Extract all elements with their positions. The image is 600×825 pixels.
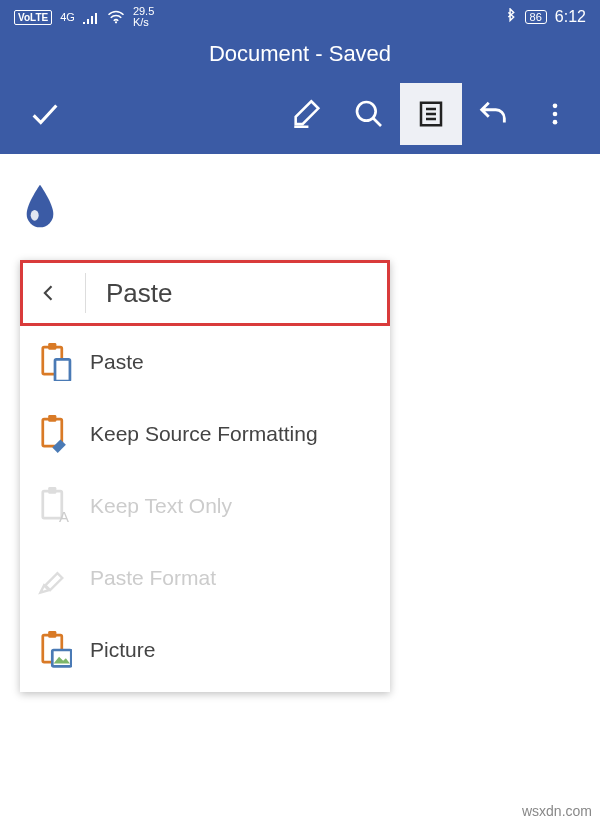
menu-item-label: Keep Source Formatting [90,422,318,446]
watermark: wsxdn.com [522,803,592,819]
clipboard-picture-icon [38,631,72,669]
menu-item-label: Keep Text Only [90,494,232,518]
signal-icon [83,10,99,24]
menu-item-paste[interactable]: Paste [20,326,390,398]
svg-rect-17 [52,650,71,666]
search-button[interactable] [338,83,400,145]
toolbar [0,74,600,154]
battery-badge: 86 [525,10,547,24]
svg-point-1 [357,102,376,121]
more-button[interactable] [524,83,586,145]
svg-point-6 [31,210,39,221]
menu-item-picture[interactable]: Picture [20,614,390,686]
clipboard-text-icon: A [38,487,72,525]
header-divider [85,273,86,313]
menu-item-label: Paste [90,350,144,374]
svg-text:A: A [59,508,69,525]
clipboard-brush-icon [38,415,72,453]
document-title-bar: Document - Saved [0,34,600,74]
speed-indicator: 29.5 K/s [133,6,154,28]
svg-rect-11 [48,415,56,422]
svg-point-3 [553,104,558,109]
clock: 6:12 [555,8,586,26]
document-area: Paste Paste Keep Source Formatting A [0,154,600,702]
status-left: VoLTE 4G 29.5 K/s [14,6,154,28]
svg-point-5 [553,120,558,125]
format-brush-icon [38,559,72,597]
done-button[interactable] [14,83,76,145]
menu-item-paste-format: Paste Format [20,542,390,614]
svg-rect-16 [48,631,56,638]
paste-menu: Paste Paste Keep Source Formatting A [20,260,390,692]
bluetooth-icon [505,8,517,26]
svg-rect-13 [48,487,56,494]
svg-point-0 [115,21,117,23]
volte-badge: VoLTE [14,10,52,25]
svg-rect-9 [55,359,70,381]
undo-button[interactable] [462,83,524,145]
menu-item-keep-text: A Keep Text Only [20,470,390,542]
document-title: Document - Saved [209,41,391,67]
svg-rect-8 [48,343,56,350]
menu-item-label: Paste Format [90,566,216,590]
menu-header: Paste [20,260,390,326]
drop-icon [24,184,56,228]
clipboard-paste-icon [38,343,72,381]
wifi-icon [107,10,125,24]
status-bar: VoLTE 4G 29.5 K/s 86 6:12 [0,0,600,34]
format-pen-button[interactable] [276,83,338,145]
reading-view-button[interactable] [400,83,462,145]
speed-unit: K/s [133,16,149,28]
svg-point-4 [553,112,558,117]
status-right: 86 6:12 [505,8,586,26]
network-4g: 4G [60,11,75,23]
back-button[interactable] [33,277,65,309]
menu-item-label: Picture [90,638,155,662]
menu-title: Paste [106,278,173,309]
menu-item-keep-source[interactable]: Keep Source Formatting [20,398,390,470]
